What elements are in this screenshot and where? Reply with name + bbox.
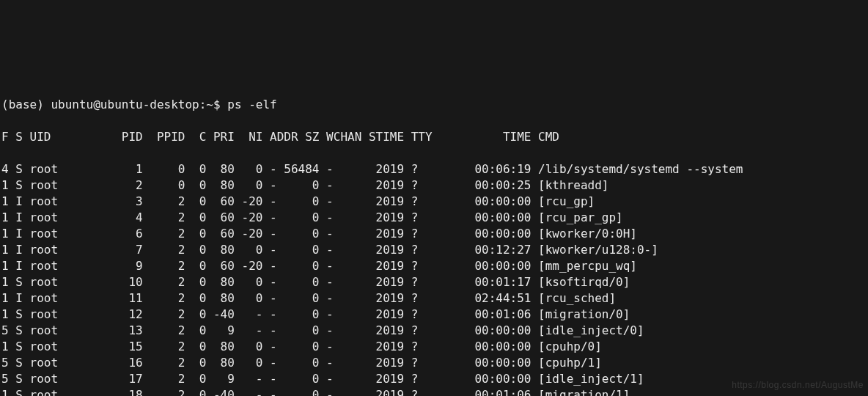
ps-header-row: F S UID PID PPID C PRI NI ADDR SZ WCHAN … [1,130,559,144]
terminal-output[interactable]: (base) ubuntu@ubuntu-desktop:~$ ps -elf … [0,81,868,396]
ps-rows: 4 S root 1 0 0 80 0 - 56484 - 2019 ? 00:… [1,162,743,396]
watermark-text: https://blog.csdn.net/AugustMe [732,377,864,393]
prompt-line: (base) ubuntu@ubuntu-desktop:~$ ps -elf [1,98,277,111]
